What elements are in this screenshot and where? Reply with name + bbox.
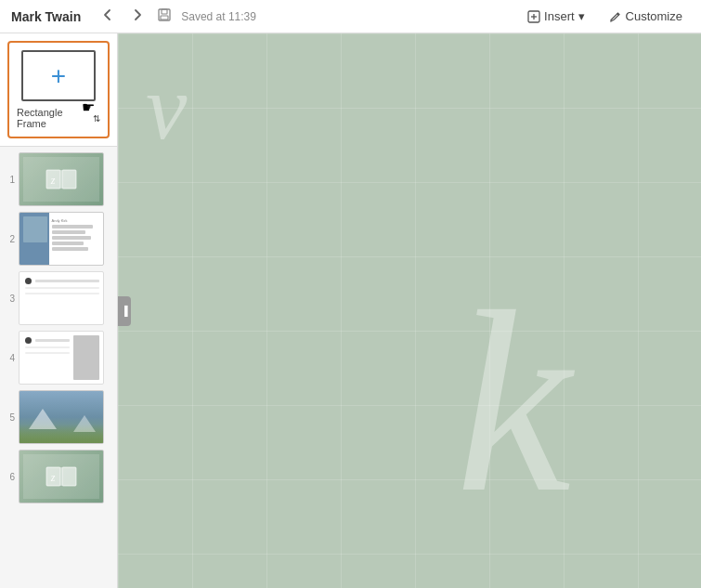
cursor-indicator: ☛ xyxy=(82,98,95,116)
bullet xyxy=(25,278,32,284)
slide-item[interactable]: 6 z xyxy=(4,450,113,503)
frame-picker: + Rectangle Frame ⇅ ☛ xyxy=(0,33,117,147)
forward-button[interactable] xyxy=(127,7,148,27)
svg-rect-2 xyxy=(161,16,168,20)
back-button[interactable] xyxy=(97,7,118,27)
slide-item[interactable]: 5 xyxy=(4,390,113,444)
thumb-inner: Andy Kirk xyxy=(19,213,103,265)
slide-number: 1 xyxy=(4,175,15,185)
slide-number: 5 xyxy=(4,412,15,423)
line xyxy=(25,287,99,289)
svg-rect-8 xyxy=(62,170,76,189)
slide-thumbnail: Andy Kirk xyxy=(19,212,104,266)
slide-item[interactable]: 3 xyxy=(4,271,113,325)
slide-number: 4 xyxy=(4,353,15,363)
slide-thumbnail xyxy=(19,390,104,444)
book-icon: z xyxy=(45,464,78,490)
svg-rect-1 xyxy=(162,9,167,14)
forward-icon xyxy=(131,8,144,21)
slide-thumbnail: z xyxy=(19,450,104,503)
svg-text:z: z xyxy=(50,471,56,484)
canvas-area[interactable]: ▐ v k xyxy=(118,33,701,588)
insert-dropdown-arrow: ▾ xyxy=(578,9,585,23)
slide-thumbnail xyxy=(19,271,104,325)
svg-text:z: z xyxy=(50,174,56,187)
insert-icon xyxy=(527,10,540,23)
frame-label-text: Rectangle Frame xyxy=(17,107,90,129)
slide-thumbnail: z xyxy=(19,152,104,206)
left-panel: + Rectangle Frame ⇅ ☛ 1 xyxy=(0,33,118,588)
line xyxy=(25,352,70,354)
slide-number: 3 xyxy=(4,294,15,304)
main-layout: + Rectangle Frame ⇅ ☛ 1 xyxy=(0,33,701,588)
image-placeholder xyxy=(73,335,99,380)
saved-text: Saved at 11:39 xyxy=(181,10,511,23)
line xyxy=(35,280,99,282)
slide-number: 2 xyxy=(4,234,15,244)
frame-card[interactable]: + Rectangle Frame ⇅ ☛ xyxy=(7,41,110,138)
thumb-inner: z xyxy=(23,157,99,202)
slide-number: 6 xyxy=(4,472,15,482)
slide-thumbnail xyxy=(19,331,104,385)
slide-item[interactable]: 2 Andy Kirk xyxy=(4,212,113,266)
thumb-inner: z xyxy=(23,454,99,499)
frame-icon: + xyxy=(21,50,96,101)
line xyxy=(25,293,99,294)
insert-button[interactable]: Insert ▾ xyxy=(520,6,592,27)
slide-item[interactable]: 4 xyxy=(4,331,113,385)
book-icon: z xyxy=(45,166,78,192)
bullet xyxy=(25,337,32,344)
pencil-icon xyxy=(609,10,622,23)
svg-rect-12 xyxy=(62,467,76,486)
insert-label: Insert xyxy=(544,9,575,23)
collapse-icon: ▐ xyxy=(121,306,127,316)
canvas-letter-small: v xyxy=(146,61,187,154)
mountain2 xyxy=(73,415,96,432)
slide-item[interactable]: 1 z xyxy=(4,152,113,206)
customize-label: Customize xyxy=(626,9,682,23)
collapse-handle[interactable]: ▐ xyxy=(118,296,131,326)
line xyxy=(35,339,70,342)
top-bar: Mark Twain Saved at 11:39 Insert ▾ xyxy=(0,0,701,33)
thumb-right: Andy Kirk xyxy=(49,213,104,265)
document-title: Mark Twain xyxy=(11,9,81,24)
plus-icon: + xyxy=(51,61,66,91)
canvas-letter-large: k xyxy=(456,272,571,532)
slides-list: 1 z 2 xyxy=(0,147,117,509)
save-icon xyxy=(157,7,172,26)
customize-button[interactable]: Customize xyxy=(602,6,690,27)
mountain xyxy=(29,409,57,429)
back-icon xyxy=(101,8,114,21)
thumb-left xyxy=(19,213,49,265)
line xyxy=(25,346,70,348)
